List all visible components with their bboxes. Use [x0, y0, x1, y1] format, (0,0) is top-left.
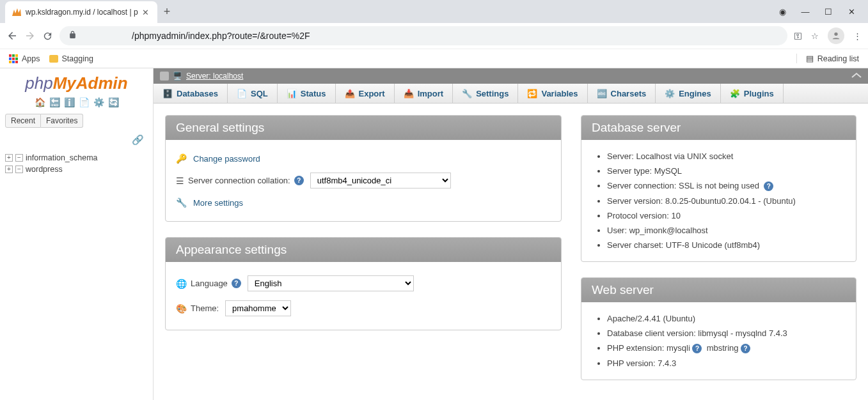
forward-button[interactable]	[24, 30, 36, 42]
db-item-wordpress[interactable]: + − wordpress	[5, 164, 148, 175]
logout-icon[interactable]: 🔚	[49, 97, 60, 107]
docs-icon[interactable]: ℹ️	[64, 97, 75, 107]
browser-tab[interactable]: wp.ksldragon.my.id / localhost | p ✕	[5, 1, 157, 23]
server-info-item: User: wp_imonk@localhost	[607, 223, 846, 238]
tab-status[interactable]: 📊Status	[278, 84, 336, 103]
top-tabs: 🗄️Databases 📄SQL 📊Status 📤Export 📥Import…	[154, 84, 868, 104]
expand-icon[interactable]: −	[15, 154, 23, 162]
panel-database-server: Database server Server: Localhost via UN…	[581, 115, 856, 262]
collapse-panel-icon[interactable]	[851, 72, 862, 81]
server-info-item: Server: Localhost via UNIX socket	[607, 149, 846, 164]
tab-label: Import	[418, 89, 443, 98]
tab-favorites[interactable]: Favorites	[41, 114, 83, 128]
close-icon[interactable]: ✕	[142, 8, 151, 17]
address-input[interactable]: /phpmyadmin/index.php?route=/&route=%2F	[59, 26, 787, 45]
key-icon[interactable]: ⚿	[794, 31, 802, 41]
change-password-link[interactable]: Change password	[193, 154, 260, 164]
db-item-information-schema[interactable]: + − information_schema	[5, 152, 148, 164]
db-tree: + − information_schema + − wordpress	[0, 150, 153, 178]
panel-web-server: Web server Apache/2.4.41 (Ubuntu) Databa…	[581, 277, 856, 380]
db-name: information_schema	[26, 153, 98, 162]
lock-icon	[68, 31, 77, 41]
panel-title: Database server	[581, 116, 856, 140]
profile-avatar[interactable]	[828, 27, 844, 44]
web-info-item: Database client version: libmysql - mysq…	[607, 326, 846, 341]
tab-label: Engines	[679, 89, 711, 98]
help-icon[interactable]: ?	[232, 279, 241, 288]
expand-icon[interactable]: +	[5, 165, 13, 173]
tab-label: Plugins	[744, 89, 774, 98]
theme-icon: 🎨	[176, 304, 187, 314]
tab-engines[interactable]: ⚙️Engines	[656, 84, 721, 103]
help-icon[interactable]: ?	[764, 181, 773, 191]
collapse-sidebar-button[interactable]	[160, 72, 169, 81]
sidebar-search-area: 🔗	[0, 128, 153, 150]
home-icon[interactable]: 🏠	[35, 97, 45, 107]
panel-appearance-settings: Appearance settings 🌐 Language ? English	[165, 237, 562, 330]
back-button[interactable]	[6, 30, 18, 42]
panel-title: Appearance settings	[166, 238, 561, 262]
close-window-button[interactable]: ✕	[846, 7, 856, 17]
database-icon: 🗄️	[162, 88, 173, 98]
apps-label: Apps	[22, 54, 40, 63]
breadcrumb-text[interactable]: Server: localhost	[186, 72, 243, 81]
panel-general-settings: General settings 🔑 Change password ☰ Ser…	[165, 115, 562, 222]
tab-plugins[interactable]: 🧩Plugins	[721, 84, 784, 103]
collation-label: Server connection collation:	[188, 176, 290, 185]
settings-icon[interactable]: ⚙️	[93, 97, 104, 107]
reload-button[interactable]	[42, 31, 53, 42]
help-icon[interactable]: ?	[741, 344, 750, 353]
apps-shortcut[interactable]: Apps	[9, 54, 40, 63]
bookmarks-bar: Apps Stagging ▤ Reading list	[0, 49, 868, 68]
export-icon: 📤	[345, 88, 355, 98]
address-bar-row: /phpmyadmin/index.php?route=/&route=%2F …	[0, 23, 868, 49]
server-info-item: Server charset: UTF-8 Unicode (utf8mb4)	[607, 238, 846, 252]
status-icon: 📊	[287, 88, 297, 98]
app: phpMyAdmin 🏠 🔚 ℹ️ 📄 ⚙️ 🔄 Recent Favorite…	[0, 68, 868, 400]
server-icon: 🖥️	[173, 72, 182, 81]
minimize-button[interactable]: —	[800, 7, 810, 17]
main: 🖥️ Server: localhost 🗄️Databases 📄SQL 📊S…	[154, 68, 868, 400]
maximize-button[interactable]: ☐	[823, 7, 833, 17]
url-host-masked	[82, 31, 127, 41]
tab-settings[interactable]: 🔧Settings	[453, 84, 518, 103]
sidebar: phpMyAdmin 🏠 🔚 ℹ️ 📄 ⚙️ 🔄 Recent Favorite…	[0, 68, 154, 400]
help-icon[interactable]: ?	[692, 344, 702, 353]
sql-icon[interactable]: 📄	[79, 97, 90, 107]
bookmark-stagging[interactable]: Stagging	[49, 54, 93, 63]
tab-databases[interactable]: 🗄️Databases	[154, 84, 228, 103]
import-icon: 📥	[404, 88, 414, 98]
help-icon[interactable]: ?	[294, 176, 304, 185]
collation-icon: ☰	[176, 176, 184, 186]
language-icon: 🌐	[176, 279, 187, 289]
tab-export[interactable]: 📤Export	[336, 84, 395, 103]
tab-recent[interactable]: Recent	[5, 114, 41, 128]
expand-icon[interactable]: +	[5, 154, 13, 162]
tab-variables[interactable]: 🔁Variables	[518, 84, 587, 103]
col-right: Database server Server: Localhost via UN…	[581, 115, 856, 380]
item-text: PHP extension: mysqli	[607, 343, 690, 353]
browser-chrome: wp.ksldragon.my.id / localhost | p ✕ + ◉…	[0, 0, 868, 68]
apps-icon	[9, 54, 18, 63]
panel-title: General settings	[166, 116, 561, 140]
plugins-icon: 🧩	[730, 88, 740, 98]
theme-select[interactable]: pmahomme	[225, 300, 291, 316]
collation-select[interactable]: utf8mb4_unicode_ci	[310, 173, 451, 188]
engines-icon: ⚙️	[665, 88, 675, 98]
more-settings-link[interactable]: More settings	[193, 198, 243, 208]
star-icon[interactable]: ☆	[811, 31, 819, 41]
breadcrumb: 🖥️ Server: localhost	[154, 68, 868, 84]
language-select[interactable]: English	[248, 275, 414, 291]
reload-icon[interactable]: 🔄	[108, 97, 119, 107]
logo[interactable]: phpMyAdmin	[0, 68, 153, 95]
tab-import[interactable]: 📥Import	[395, 84, 453, 103]
link-icon[interactable]: 🔗	[132, 134, 144, 146]
reading-list-button[interactable]: ▤ Reading list	[796, 54, 859, 63]
new-tab-button[interactable]: +	[164, 5, 171, 19]
tab-sql[interactable]: 📄SQL	[228, 84, 278, 103]
web-info-item: PHP extension: mysqli ? mbstring ?	[607, 341, 846, 356]
tab-charsets[interactable]: 🔤Charsets	[588, 84, 656, 103]
variables-icon: 🔁	[527, 88, 537, 98]
menu-icon[interactable]: ⋮	[853, 31, 862, 41]
expand-icon[interactable]: −	[15, 165, 23, 173]
